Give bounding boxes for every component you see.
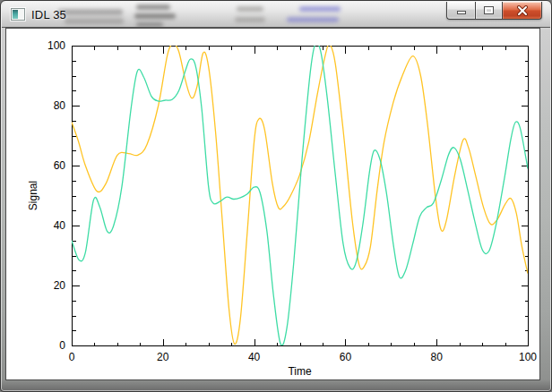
y-tick-label: 100 bbox=[47, 39, 65, 52]
x-tick-label: 100 bbox=[519, 351, 537, 363]
idl-icon-pane bbox=[13, 10, 18, 19]
close-button[interactable] bbox=[503, 2, 542, 20]
signal-plot: 020406080100020406080100TimeSignal bbox=[6, 29, 541, 381]
idl-window: IDL 35 02040608010002040 bbox=[0, 0, 552, 392]
y-tick-label: 40 bbox=[54, 219, 66, 232]
minimize-icon bbox=[456, 6, 467, 15]
titlebar[interactable]: IDL 35 bbox=[2, 2, 550, 28]
window-title: IDL 35 bbox=[31, 8, 66, 21]
client-area: 020406080100020406080100TimeSignal bbox=[5, 28, 540, 380]
window-controls bbox=[446, 2, 542, 20]
axis-frame bbox=[73, 47, 529, 346]
maximize-icon bbox=[483, 5, 495, 15]
series-line-teal-signal bbox=[72, 43, 528, 345]
x-axis-title: Time bbox=[288, 365, 312, 378]
minimize-button[interactable] bbox=[446, 2, 475, 20]
idl-window-icon[interactable] bbox=[11, 8, 25, 21]
close-icon bbox=[516, 5, 529, 16]
maximize-button[interactable] bbox=[475, 2, 503, 20]
x-tick-label: 0 bbox=[69, 351, 75, 363]
x-tick-label: 20 bbox=[157, 351, 169, 363]
y-tick-label: 80 bbox=[54, 99, 66, 112]
x-tick-label: 80 bbox=[431, 351, 444, 363]
y-tick-label: 60 bbox=[54, 159, 66, 172]
x-tick-label: 60 bbox=[340, 351, 352, 363]
x-tick-label: 40 bbox=[248, 351, 261, 363]
y-axis-title: Signal bbox=[27, 181, 39, 210]
y-tick-label: 20 bbox=[54, 279, 66, 292]
y-tick-label: 0 bbox=[59, 339, 65, 352]
